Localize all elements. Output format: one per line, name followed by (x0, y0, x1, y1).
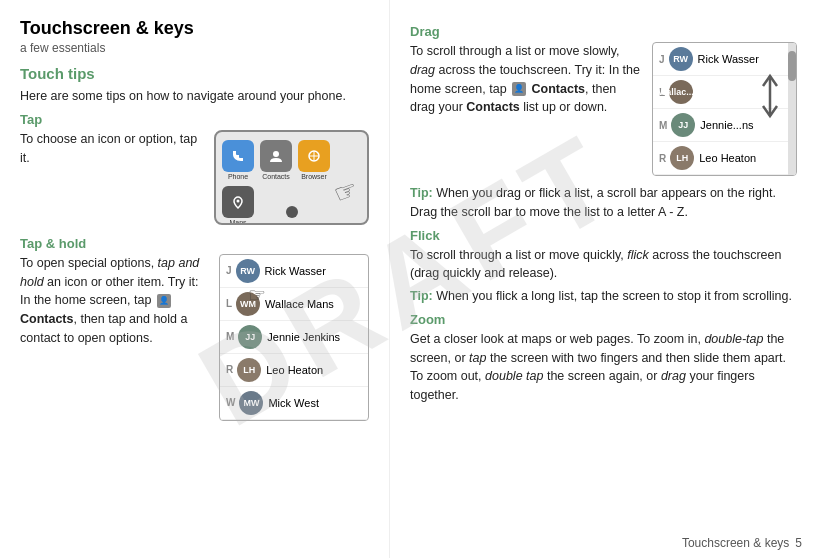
drag-tip-label: Tip: (410, 186, 433, 200)
avatar-lh: LH (237, 358, 261, 382)
tap-hold-illustration: J RW Rick Wasser L WM Wallace Mans M JJ … (219, 254, 369, 421)
page-footer: Touchscreen & keys 5 (682, 536, 802, 550)
page-container: DRAFT Touchscreen & keys a few essential… (0, 0, 817, 558)
phone-icon (222, 140, 254, 172)
svg-point-4 (237, 199, 240, 202)
tap-hold-section: J RW Rick Wasser L WM Wallace Mans M JJ … (20, 254, 369, 426)
footer-text: Touchscreen & keys (682, 536, 789, 550)
scroll-thumb (788, 51, 796, 81)
page-subtitle: a few essentials (20, 41, 369, 55)
phone-app-label: Phone (228, 173, 248, 180)
page-number: 5 (795, 536, 802, 550)
contact-row-r: R LH Leo Heaton (220, 354, 368, 387)
touch-tips-heading: Touch tips (20, 65, 369, 82)
home-button (286, 206, 298, 218)
tap-hold-finger-icon: ☞ (248, 283, 266, 307)
maps-app-label: Maps (229, 219, 246, 225)
maps-icon-box (222, 186, 254, 218)
browser-app-label: Browser (301, 173, 327, 180)
contacts-icon-box (260, 140, 292, 172)
drag-contact-name-jj: Jennie...ns (700, 119, 753, 131)
maps-app: Maps (222, 186, 254, 225)
drag-avatar-lh: LH (670, 146, 694, 170)
drag-contacts-inline-icon: 👤 (512, 82, 526, 96)
drag-heading: Drag (410, 24, 797, 39)
right-column: Drag J RW Rick Wasser L Wallac...ns M (390, 0, 817, 558)
tap-illustration: Phone Contacts Browser (214, 130, 369, 225)
contact-name-jj: Jennie Jenkins (267, 331, 340, 343)
contact-row-w: W MW Mick West (220, 387, 368, 420)
touch-tips-intro: Here are some tips on how to navigate ar… (20, 87, 369, 106)
flick-tip-body: When you flick a long list, tap the scre… (436, 289, 792, 303)
drag-finger-icon (758, 71, 782, 127)
flick-tip-label: Tip: (410, 289, 433, 303)
drag-tip: Tip: When you drag or flick a list, a sc… (410, 184, 797, 222)
drag-contact-row-r: R LH Leo Heaton (653, 142, 796, 175)
drag-tip-body: When you drag or flick a list, a scroll … (410, 186, 776, 219)
drag-avatar-wm: Wallac...ns (669, 80, 693, 104)
svg-point-0 (273, 151, 279, 157)
tap-hold-contacts-list: J RW Rick Wasser L WM Wallace Mans M JJ … (219, 254, 369, 421)
phone-screen: Phone Contacts Browser (214, 130, 369, 225)
phone-bottom-bar (286, 206, 298, 218)
drag-illustration: J RW Rick Wasser L Wallac...ns M JJ Jenn… (652, 42, 797, 176)
drag-avatar-rw: RW (669, 47, 693, 71)
phone-app: Phone (222, 140, 254, 180)
flick-heading: Flick (410, 228, 797, 243)
contact-row-l: L WM Wallace Mans (220, 288, 368, 321)
left-column: Touchscreen & keys a few essentials Touc… (0, 0, 390, 558)
zoom-heading: Zoom (410, 312, 797, 327)
drag-contact-name-rw: Rick Wasser (698, 53, 759, 65)
contacts-inline-icon: 👤 (157, 294, 171, 308)
contact-name-wm: Wallace Mans (265, 298, 334, 310)
flick-tip: Tip: When you flick a long list, tap the… (410, 287, 797, 306)
contact-name-mw: Mick West (268, 397, 319, 409)
avatar-jj: JJ (238, 325, 262, 349)
contact-name-lh: Leo Heaton (266, 364, 323, 376)
tap-hold-heading: Tap & hold (20, 236, 369, 251)
drag-contact-name-lh: Leo Heaton (699, 152, 756, 164)
drag-avatar-jj: JJ (671, 113, 695, 137)
browser-app: Browser (298, 140, 330, 180)
zoom-body: Get a closer look at maps or web pages. … (410, 330, 797, 405)
contacts-app-label: Contacts (262, 173, 290, 180)
avatar-mw: MW (239, 391, 263, 415)
contact-row-j: J RW Rick Wasser (220, 255, 368, 288)
browser-icon-box (298, 140, 330, 172)
scroll-indicator (788, 43, 796, 175)
tap-heading: Tap (20, 112, 369, 127)
tap-section: Phone Contacts Browser (20, 130, 369, 230)
page-title: Touchscreen & keys (20, 18, 369, 39)
drag-contacts-list: J RW Rick Wasser L Wallac...ns M JJ Jenn… (652, 42, 797, 176)
contact-name-rw: Rick Wasser (265, 265, 326, 277)
contacts-app: Contacts (260, 140, 292, 180)
contact-row-m: M JJ Jennie Jenkins (220, 321, 368, 354)
drag-section: J RW Rick Wasser L Wallac...ns M JJ Jenn… (410, 42, 797, 184)
avatar-rw: RW (236, 259, 260, 283)
flick-body: To scroll through a list or move quickly… (410, 246, 797, 284)
